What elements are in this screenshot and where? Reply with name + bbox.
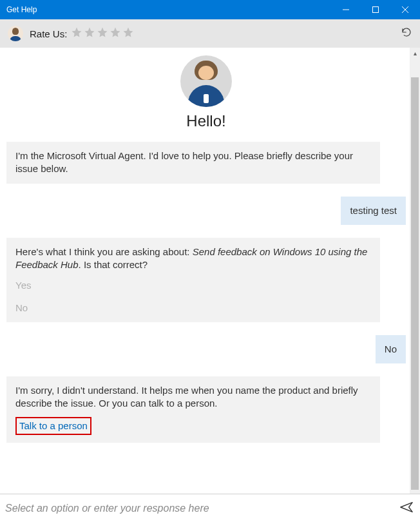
agent-message-clarify: Here's what I think you are asking about… xyxy=(6,238,380,322)
star-icon xyxy=(71,26,82,38)
star-icon xyxy=(122,26,134,38)
send-button[interactable] xyxy=(399,500,414,517)
agent-avatar-small xyxy=(8,26,23,41)
sorry-text: I'm sorry, I didn't understand. It helps… xyxy=(15,385,358,409)
option-no[interactable]: No xyxy=(15,302,371,314)
refresh-icon xyxy=(401,26,412,38)
scroll-up-arrow[interactable]: ▴ xyxy=(410,48,420,58)
star-icon xyxy=(97,26,108,38)
star-icon xyxy=(84,26,95,38)
close-button[interactable] xyxy=(390,0,420,19)
user-message-2: No xyxy=(376,335,406,363)
close-icon xyxy=(402,6,408,13)
star-3[interactable] xyxy=(97,26,108,41)
scrollbar[interactable]: ▴ xyxy=(410,48,420,494)
header-bar: Rate Us: xyxy=(0,19,420,48)
star-5[interactable] xyxy=(122,26,134,41)
greeting-block: Hello! xyxy=(6,55,406,130)
user-message-1: testing test xyxy=(341,197,406,225)
option-yes[interactable]: Yes xyxy=(15,279,371,292)
maximize-button[interactable] xyxy=(361,0,390,19)
refresh-button[interactable] xyxy=(401,26,412,41)
titlebar: Get Help xyxy=(0,0,420,19)
scroll-thumb[interactable] xyxy=(411,77,419,490)
clarify-prefix: Here's what I think you are asking about… xyxy=(15,246,193,257)
window-title: Get Help xyxy=(0,5,331,14)
star-2[interactable] xyxy=(84,26,95,41)
clarify-suffix: . Is that correct? xyxy=(79,259,148,270)
agent-message-sorry: I'm sorry, I didn't understand. It helps… xyxy=(6,376,380,443)
input-bar xyxy=(0,494,420,522)
minimize-button[interactable] xyxy=(331,0,361,19)
maximize-icon xyxy=(372,6,379,13)
minimize-icon xyxy=(343,6,349,13)
agent-avatar-large xyxy=(180,55,232,107)
response-input[interactable] xyxy=(3,499,399,518)
talk-to-person-link[interactable]: Talk to a person xyxy=(15,417,91,435)
svg-rect-1 xyxy=(373,7,379,13)
chat-scroll[interactable]: Hello! I'm the Microsoft Virtual Agent. … xyxy=(0,48,410,494)
star-1[interactable] xyxy=(71,26,82,41)
greeting-text: Hello! xyxy=(6,112,406,130)
star-4[interactable] xyxy=(110,26,121,41)
star-icon xyxy=(110,26,121,38)
rate-us-label: Rate Us: xyxy=(30,28,67,39)
rating-stars xyxy=(71,26,134,41)
send-icon xyxy=(399,500,414,514)
chat-area: Hello! I'm the Microsoft Virtual Agent. … xyxy=(0,48,420,494)
agent-message-intro: I'm the Microsoft Virtual Agent. I'd lov… xyxy=(6,142,380,184)
